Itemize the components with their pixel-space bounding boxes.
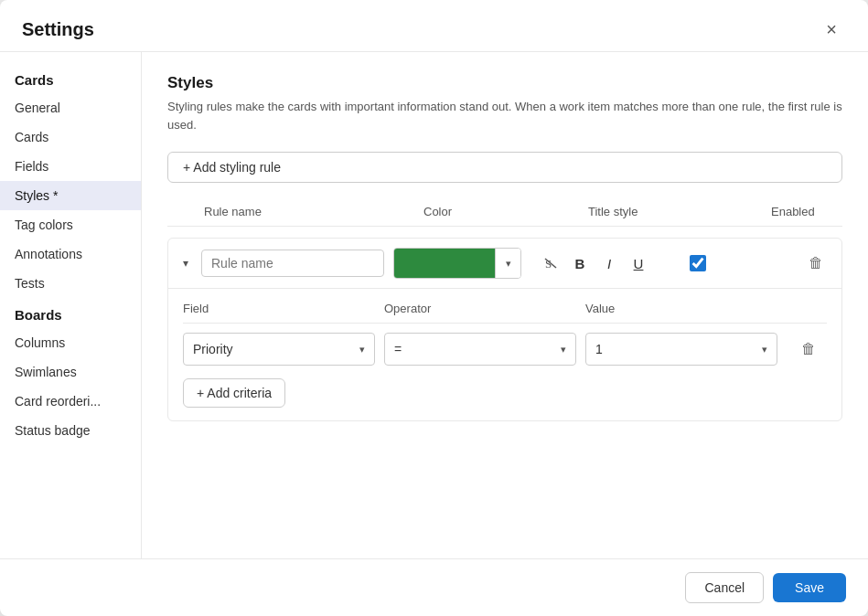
field-select-chevron: ▾: [359, 344, 365, 356]
operator-select[interactable]: = ▾: [384, 333, 576, 366]
enabled-checkbox[interactable]: [690, 255, 706, 271]
sidebar-item-status-badge[interactable]: Status badge: [0, 416, 141, 445]
add-rule-button[interactable]: + Add styling rule: [167, 152, 842, 183]
sidebar-item-columns[interactable]: Columns: [0, 328, 141, 357]
sidebar-item-card-reordering[interactable]: Card reorderi...: [0, 387, 141, 416]
delete-criteria-button[interactable]: 🗑: [794, 337, 823, 361]
color-dropdown-icon: ▾: [495, 248, 520, 279]
main-content: Styles Styling rules make the cards with…: [142, 52, 868, 558]
value-select-chevron: ▾: [762, 344, 767, 356]
criteria-col-operator: Operator: [384, 302, 585, 315]
cancel-button[interactable]: Cancel: [685, 572, 764, 603]
strikethrough-icon[interactable]: S: [538, 250, 563, 276]
add-criteria-button[interactable]: + Add criteria: [183, 378, 285, 408]
sidebar-section-boards: Boards: [0, 298, 141, 328]
delete-rule-button[interactable]: 🗑: [801, 251, 830, 275]
table-header: Rule name Color Title style Enabled: [167, 205, 842, 227]
sidebar-item-cards[interactable]: Cards: [0, 122, 141, 152]
bold-icon[interactable]: B: [567, 250, 593, 276]
save-button[interactable]: Save: [773, 573, 846, 602]
col-header-rule-name: Rule name: [204, 205, 423, 218]
criteria-col-field: Field: [183, 302, 384, 315]
criteria-row: Priority ▾ = ▾ 1 ▾ 🗑: [183, 333, 827, 366]
sidebar-item-styles[interactable]: Styles *: [0, 181, 141, 210]
close-button[interactable]: ×: [817, 15, 846, 44]
value-select-value: 1: [595, 342, 603, 356]
section-description: Styling rules make the cards with import…: [167, 98, 842, 133]
rule-name-input[interactable]: [201, 250, 384, 277]
modal-header: Settings ×: [0, 0, 868, 52]
color-picker-button[interactable]: ▾: [393, 248, 521, 279]
sidebar-item-annotations[interactable]: Annotations: [0, 239, 141, 269]
svg-text:S: S: [545, 257, 552, 271]
sidebar-item-fields[interactable]: Fields: [0, 152, 141, 181]
operator-select-chevron: ▾: [561, 344, 566, 356]
italic-icon[interactable]: I: [596, 250, 622, 276]
field-select-value: Priority: [193, 342, 233, 356]
rule-main-row: ▾ ▾ S B: [168, 239, 841, 289]
sidebar-section-cards: Cards: [0, 63, 141, 93]
modal-body: Cards General Cards Fields Styles * Tag …: [0, 52, 868, 558]
sidebar-item-general[interactable]: General: [0, 93, 141, 122]
operator-select-value: =: [394, 342, 402, 356]
rule-expand-button[interactable]: ▾: [179, 255, 192, 271]
criteria-section: Field Operator Value Priority ▾ =: [168, 289, 841, 420]
rule-row: ▾ ▾ S B: [167, 238, 842, 421]
sidebar: Cards General Cards Fields Styles * Tag …: [0, 52, 142, 558]
section-title: Styles: [167, 74, 842, 92]
value-select[interactable]: 1 ▾: [585, 333, 777, 366]
criteria-col-value: Value: [585, 302, 787, 315]
modal-footer: Cancel Save: [0, 558, 868, 616]
sidebar-item-swimlanes[interactable]: Swimlanes: [0, 357, 141, 387]
title-style-group: S B I U: [538, 250, 651, 276]
col-header-enabled: Enabled: [771, 205, 842, 218]
settings-modal: Settings × Cards General Cards Fields St…: [0, 0, 868, 616]
sidebar-item-tag-colors[interactable]: Tag colors: [0, 210, 141, 239]
sidebar-item-tests[interactable]: Tests: [0, 269, 141, 298]
color-swatch: [394, 248, 495, 279]
col-header-title-style: Title style: [588, 205, 771, 218]
modal-title: Settings: [22, 19, 94, 40]
underline-icon[interactable]: U: [626, 250, 651, 276]
field-select[interactable]: Priority ▾: [183, 333, 375, 366]
col-header-color: Color: [423, 205, 588, 218]
